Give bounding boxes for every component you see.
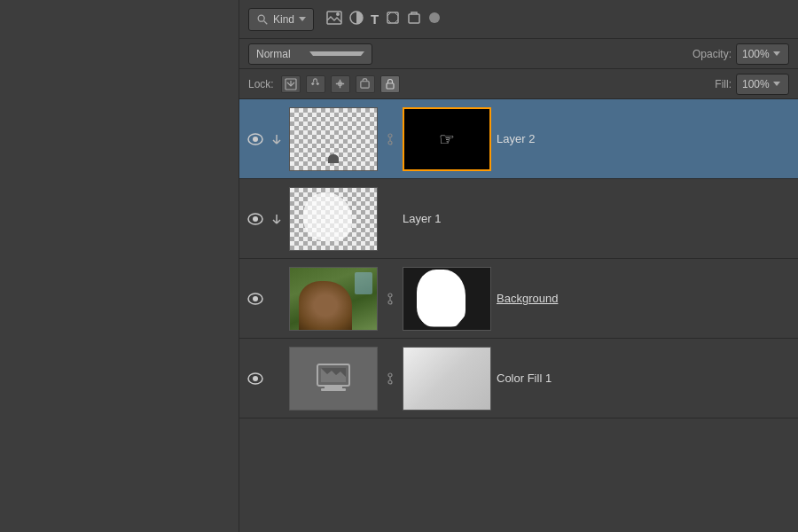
svg-rect-13: [388, 134, 392, 137]
opacity-label: Opacity:: [692, 48, 732, 60]
fill-section: Fill: 100%: [715, 74, 789, 95]
layers-list: ☞ Layer 2: [239, 99, 798, 419]
fill-dropdown[interactable]: 100%: [736, 74, 789, 95]
layer-thumbnail[interactable]: [289, 267, 378, 331]
layer-mask-thumbnail[interactable]: [403, 267, 491, 331]
layer-name: Color Fill 1: [497, 372, 791, 385]
layer-thumbnail[interactable]: [289, 187, 378, 251]
layer-row[interactable]: Background: [239, 259, 798, 339]
type-filter-icon[interactable]: T: [371, 12, 379, 27]
left-sidebar: [0, 0, 239, 532]
layer-mask-thumbnail[interactable]: [403, 347, 491, 411]
svg-rect-27: [321, 388, 346, 391]
svg-rect-20: [388, 293, 392, 297]
svg-point-12: [253, 137, 258, 142]
visibility-icon[interactable]: [246, 370, 264, 387]
svg-rect-26: [325, 386, 342, 388]
layer-chain-icon: [383, 292, 397, 306]
kind-dropdown[interactable]: Kind: [248, 8, 314, 31]
visibility-icon[interactable]: [246, 210, 264, 228]
layer-clipping-icon: [270, 132, 284, 146]
layer-name: Layer 1: [403, 212, 791, 225]
shape-filter-icon[interactable]: [386, 11, 400, 27]
visibility-icon[interactable]: [246, 290, 264, 308]
svg-point-19: [253, 296, 258, 301]
fill-label: Fill:: [715, 78, 732, 90]
layer-chain-icon: [383, 372, 397, 386]
kind-chevron-icon: [299, 17, 306, 21]
search-icon: [256, 13, 269, 26]
lock-label: Lock:: [248, 78, 274, 90]
opacity-section: Opacity: 100%: [692, 43, 789, 65]
adjustment-filter-icon[interactable]: [349, 11, 364, 27]
svg-rect-14: [388, 141, 392, 145]
blend-mode-value: Normal: [256, 48, 305, 60]
toolbar-row2: Normal Opacity: 100%: [239, 39, 798, 69]
blend-mode-chevron-icon: [309, 51, 365, 56]
svg-rect-21: [388, 301, 392, 304]
toolbar-row1: Kind T: [239, 0, 798, 39]
layer-thumbnail[interactable]: [289, 347, 378, 411]
svg-point-0: [258, 15, 264, 21]
layer-mask-thumbnail[interactable]: ☞: [403, 107, 491, 171]
layer-name: Layer 2: [497, 132, 791, 145]
layer-thumbnail[interactable]: [289, 107, 378, 171]
hand-cursor-icon: ☞: [439, 129, 455, 150]
svg-rect-29: [388, 373, 392, 377]
opacity-dropdown[interactable]: 100%: [736, 43, 789, 65]
circle-filter-icon[interactable]: [428, 12, 441, 27]
layers-panel: Kind T: [239, 0, 798, 532]
kind-label: Kind: [273, 13, 294, 26]
lock-all-icon[interactable]: [380, 75, 400, 93]
svg-point-7: [429, 12, 440, 23]
lock-artboard-icon[interactable]: [356, 75, 375, 93]
monitor-icon: [316, 363, 351, 395]
svg-rect-10: [387, 83, 394, 89]
fill-chevron-icon: [773, 82, 780, 86]
lock-pixels-icon[interactable]: [281, 75, 301, 93]
svg-rect-9: [361, 82, 369, 88]
svg-line-1: [264, 20, 268, 24]
svg-point-24: [253, 376, 258, 381]
svg-rect-6: [409, 14, 419, 23]
lock-position-icon[interactable]: [331, 75, 350, 93]
lock-icons: [281, 75, 400, 93]
opacity-chevron-icon: [773, 51, 780, 56]
layer-chain-icon: [383, 132, 397, 146]
opacity-value: 100%: [742, 48, 770, 60]
blend-mode-dropdown[interactable]: Normal: [248, 43, 372, 65]
svg-rect-30: [388, 380, 392, 384]
svg-point-17: [253, 216, 258, 222]
visibility-icon[interactable]: [246, 130, 264, 148]
fill-value: 100%: [742, 78, 770, 90]
layer-row[interactable]: ☞ Layer 2: [239, 99, 798, 179]
toolbar-icons: T: [326, 11, 441, 27]
layer-row[interactable]: Color Fill 1: [239, 339, 798, 419]
smartobject-filter-icon[interactable]: [407, 11, 421, 27]
layer-name: Background: [497, 292, 791, 305]
image-filter-icon[interactable]: [326, 11, 342, 27]
layer-row[interactable]: Layer 1: [239, 179, 798, 259]
lock-image-icon[interactable]: [306, 75, 325, 93]
svg-point-3: [336, 12, 340, 16]
toolbar-row3: Lock:: [239, 69, 798, 99]
layer-clipping-icon: [270, 212, 284, 226]
